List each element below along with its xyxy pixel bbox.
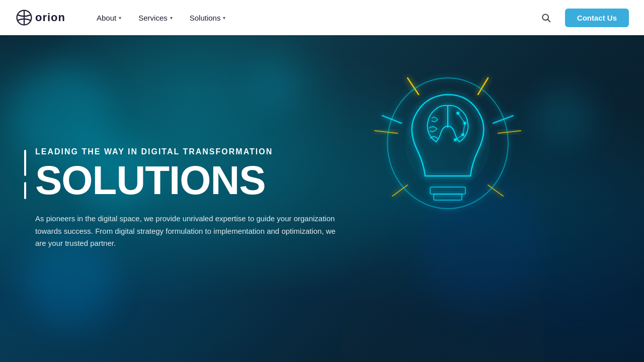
nav-label-solutions: Solutions — [190, 14, 221, 22]
svg-line-7 — [498, 131, 521, 133]
contact-us-button[interactable]: Contact Us — [565, 9, 629, 27]
navbar-right: Contact Us — [537, 9, 629, 27]
logo[interactable]: orion — [15, 9, 65, 27]
nav-item-about[interactable]: About ▾ — [91, 10, 127, 26]
nav-label-about: About — [97, 14, 116, 22]
navbar-left: orion About ▾ Services ▾ Solutions ▾ — [15, 9, 231, 27]
bokeh-circle-6 — [252, 60, 302, 111]
navbar: orion About ▾ Services ▾ Solutions ▾ Con… — [0, 0, 644, 35]
svg-line-12 — [392, 185, 408, 196]
search-icon — [541, 13, 551, 23]
hero-content: Leading the way in digital transformatio… — [35, 147, 347, 250]
chevron-down-icon: ▾ — [119, 15, 121, 21]
nav-item-services[interactable]: Services ▾ — [132, 10, 179, 26]
chevron-down-icon: ▾ — [223, 15, 225, 21]
hero-section: Leading the way in digital transformatio… — [0, 35, 644, 362]
nav-item-solutions[interactable]: Solutions ▾ — [184, 10, 232, 26]
svg-line-3 — [548, 20, 550, 22]
hero-title: SOLUTIONS — [35, 160, 347, 201]
hero-description: As pioneers in the digital space, we pro… — [35, 213, 347, 250]
svg-line-11 — [488, 185, 503, 196]
hero-vertical-accent — [24, 150, 26, 199]
bar-segment-1 — [24, 150, 26, 176]
logo-text: orion — [35, 11, 65, 24]
svg-line-8 — [408, 78, 419, 95]
logo-icon — [15, 9, 33, 27]
svg-point-26 — [405, 98, 491, 189]
hand-overlay — [342, 221, 543, 362]
chevron-down-icon: ▾ — [170, 15, 173, 21]
bar-segment-2 — [24, 182, 26, 199]
search-button[interactable] — [537, 9, 555, 27]
hero-subtitle: Leading the way in digital transformatio… — [35, 147, 347, 156]
nav-items: About ▾ Services ▾ Solutions ▾ — [91, 10, 231, 26]
svg-rect-25 — [434, 194, 462, 200]
svg-line-5 — [478, 78, 488, 95]
nav-label-services: Services — [138, 14, 168, 22]
svg-line-10 — [375, 131, 397, 133]
